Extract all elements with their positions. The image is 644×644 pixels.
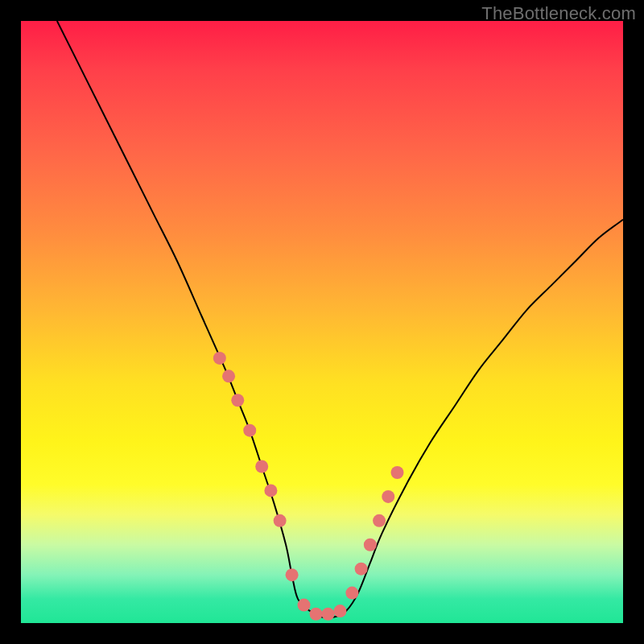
curve-marker (333, 605, 346, 617)
chart-frame: TheBottleneck.com (0, 0, 644, 644)
curve-marker (286, 568, 299, 581)
curve-marker (345, 587, 358, 600)
curve-marker (364, 539, 377, 551)
curve-marker (391, 466, 404, 479)
curve-marker (355, 563, 368, 576)
curve-marker (373, 514, 386, 527)
curve-marker (213, 352, 226, 365)
curve-marker (298, 599, 311, 612)
bottleneck-curve (57, 21, 623, 617)
chart-svg (21, 21, 623, 623)
plot-area (21, 21, 623, 623)
curve-marker (321, 608, 334, 621)
marker-group (213, 352, 404, 621)
curve-marker (264, 484, 277, 497)
curve-marker (310, 608, 323, 621)
curve-marker (274, 514, 287, 527)
curve-marker (243, 424, 256, 437)
curve-marker (222, 369, 235, 382)
curve-marker (255, 460, 268, 473)
curve-marker (231, 394, 244, 407)
curve-marker (382, 490, 394, 503)
